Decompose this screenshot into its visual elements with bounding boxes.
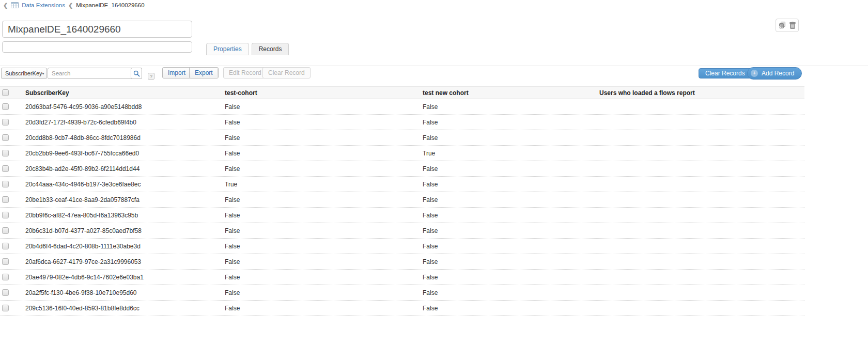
cell-subscriber-key: 20c83b4b-ad2e-45f0-89b2-6f2114dd1d44 [23,165,222,172]
cell-subscriber-key: 20cdd8b8-9cb7-48db-86cc-8fdc7018986d [23,134,222,141]
table-row[interactable]: 20c44aaa-434c-4946-b197-3e3ce6fae8ec Tru… [0,177,804,192]
table-row[interactable]: 20cb2bb9-9ee6-493f-bc67-755fcca66ed0 Fal… [0,146,804,161]
breadcrumb: ❮ Data Extensions ❮ MixpanelDE_164002966… [3,1,145,9]
cell-test-new-cohort: False [420,119,597,126]
cell-subscriber-key: 20a2f5fc-f130-4be6-9f38-10e710e95d60 [23,289,222,296]
cell-test-cohort: False [222,119,420,126]
clear-record-button[interactable]: Clear Record [262,67,311,78]
cell-subscriber-key: 20c44aaa-434c-4946-b197-3e3ce6fae8ec [23,181,222,188]
cell-test-cohort: False [222,289,420,296]
edit-record-button[interactable]: Edit Record [223,67,267,78]
export-button[interactable]: Export [189,67,219,78]
data-extension-description-field[interactable] [2,41,192,53]
data-extensions-grid-icon [11,2,19,8]
row-checkbox[interactable] [2,134,9,141]
table-row[interactable]: 20a2f5fc-f130-4be6-9f38-10e710e95d60 Fal… [0,285,804,301]
breadcrumb-current: MixpanelDE_1640029660 [76,2,144,8]
select-all-checkbox[interactable] [2,89,9,96]
clear-records-button[interactable]: Clear Records [699,68,752,78]
help-icon[interactable]: ? [148,73,154,80]
cell-test-new-cohort: False [420,103,597,111]
table-row[interactable]: 20d3fd27-172f-4939-b72c-6cfedb69f4b0 Fal… [0,115,804,130]
row-checkbox[interactable] [2,258,9,265]
row-checkbox[interactable] [2,274,9,280]
table-row[interactable]: 20c83b4b-ad2e-45f0-89b2-6f2114dd1d44 Fal… [0,161,804,177]
add-record-label: Add Record [762,70,794,77]
toolbar-separator [218,68,218,78]
cell-subscriber-key: 20be1b33-ceaf-41ce-8aa9-2da057887cfa [23,196,222,203]
cell-test-new-cohort: False [420,134,597,141]
table-row[interactable]: 209c5136-16f0-40ed-8593-81b8fe8dd6cc Fal… [0,301,804,316]
table-row[interactable]: 20b4d6f4-6dad-4c20-808b-1111e30abe3d Fal… [0,239,804,254]
cell-test-new-cohort: True [420,150,597,157]
row-checkbox[interactable] [2,227,9,234]
cell-test-new-cohort: False [420,227,597,234]
breadcrumb-separator-chevron: ❮ [68,2,73,9]
search-field-selector-label: SubscriberKey [5,70,42,76]
records-table: SubscriberKey test-cohort test new cohor… [0,86,804,316]
cell-subscriber-key: 20d3fd27-172f-4939-b72c-6cfedb69f4b0 [23,119,222,126]
cell-test-new-cohort: False [420,212,597,219]
table-row[interactable]: 20cdd8b8-9cb7-48db-86cc-8fdc7018986d Fal… [0,130,804,146]
table-row[interactable]: 20bb9f6c-af82-47ea-805d-f6a13963c95b Fal… [0,208,804,223]
row-checkbox[interactable] [2,243,9,249]
cell-test-cohort: False [222,103,420,111]
back-chevron-icon[interactable]: ❮ [3,2,8,9]
records-toolbar: SubscriberKey ▾ ? Import Export Edit Rec… [0,67,868,80]
add-record-button[interactable]: + Add Record [747,67,802,80]
cell-test-new-cohort: False [420,274,597,281]
search-icon[interactable] [131,68,142,79]
table-row[interactable]: 20af6dca-6627-4179-97ce-2a31c9996053 Fal… [0,254,804,270]
cell-test-cohort: True [222,181,420,188]
row-checkbox[interactable] [2,305,9,311]
chevron-down-icon: ▾ [42,71,44,76]
cell-subscriber-key: 209c5136-16f0-40ed-8593-81b8fe8dd6cc [23,305,222,312]
table-header-row: SubscriberKey test-cohort test new cohor… [0,86,804,99]
column-header-users-flows-report: Users who loaded a flows report [597,89,804,97]
tab-properties[interactable]: Properties [206,43,249,55]
search-input[interactable] [48,68,142,79]
row-checkbox[interactable] [2,181,9,187]
tab-records[interactable]: Records [252,43,289,55]
cell-test-cohort: False [222,305,420,312]
column-header-test-cohort: test-cohort [222,89,420,97]
import-button[interactable]: Import [162,67,191,78]
cell-subscriber-key: 20ae4979-082e-4db6-9c14-7602e6e03ba1 [23,274,222,281]
cell-subscriber-key: 20af6dca-6627-4179-97ce-2a31c9996053 [23,258,222,265]
cell-test-new-cohort: False [420,165,597,172]
row-checkbox[interactable] [2,212,9,218]
cell-test-new-cohort: False [420,258,597,265]
cell-test-new-cohort: False [420,289,597,296]
data-extension-name-field[interactable] [2,21,192,38]
cell-subscriber-key: 20b4d6f4-6dad-4c20-808b-1111e30abe3d [23,243,222,250]
row-checkbox[interactable] [2,150,9,156]
delete-icon[interactable] [789,22,796,29]
row-checkbox[interactable] [2,119,9,125]
row-checkbox[interactable] [2,103,9,110]
table-row[interactable]: 20b6c31d-b07d-4377-a027-85c0aed7bf58 Fal… [0,223,804,239]
cell-test-cohort: False [222,150,420,157]
cell-test-new-cohort: False [420,181,597,188]
table-row[interactable]: 20be1b33-ceaf-41ce-8aa9-2da057887cfa Fal… [0,192,804,208]
breadcrumb-link-data-extensions[interactable]: Data Extensions [22,2,65,8]
cell-subscriber-key: 20b6c31d-b07d-4377-a027-85c0aed7bf58 [23,227,222,234]
cell-test-cohort: False [222,196,420,203]
row-checkbox[interactable] [2,289,9,296]
table-row[interactable]: 20d63baf-5476-4c95-9036-a90e5148bdd8 Fal… [0,99,804,115]
cell-test-new-cohort: False [420,196,597,203]
cell-test-cohort: False [222,274,420,281]
tab-bar: Properties Records [206,43,289,55]
row-checkbox[interactable] [2,196,9,203]
record-actions-group [776,19,799,32]
cell-test-cohort: False [222,134,420,141]
column-header-test-new-cohort: test new cohort [420,89,597,97]
copy-record-icon[interactable] [779,22,786,29]
table-row[interactable]: 20ae4979-082e-4db6-9c14-7602e6e03ba1 Fal… [0,270,804,285]
cell-test-cohort: False [222,165,420,172]
cell-test-cohort: False [222,212,420,219]
cell-test-new-cohort: False [420,243,597,250]
search-field-selector[interactable]: SubscriberKey ▾ [1,68,47,79]
cell-test-new-cohort: False [420,305,597,312]
cell-test-cohort: False [222,227,420,234]
row-checkbox[interactable] [2,165,9,172]
